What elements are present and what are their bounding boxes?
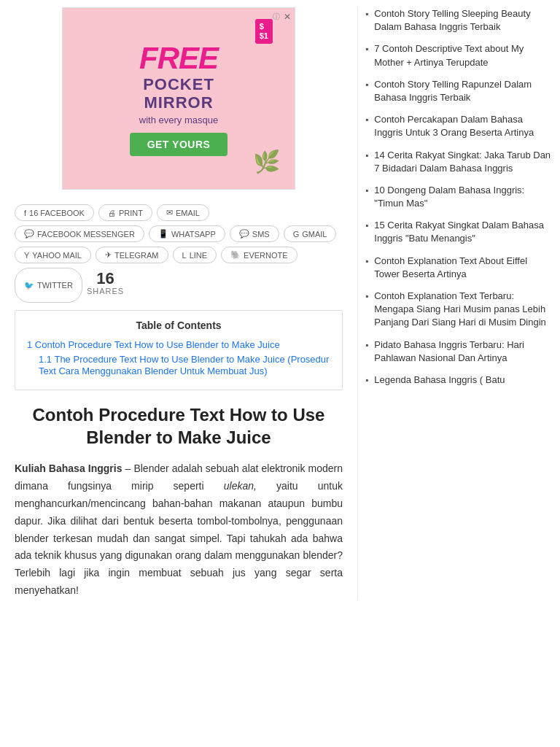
- share-twitter-label: TWITTER: [37, 281, 73, 290]
- share-print-button[interactable]: 🖨 PRINT: [98, 204, 152, 221]
- sidebar-link-3[interactable]: Contoh Percakapan Dalam Bahasa Inggris U…: [374, 113, 553, 139]
- share-row-3: Y YAHOO MAIL ✈ TELEGRAM L LINE 🐘 EVERNOT…: [15, 247, 343, 263]
- share-buttons-container: f 16 FACEBOOK 🖨 PRINT ✉ EMAIL 💬 FACEBOOK…: [15, 204, 343, 303]
- list-item: Legenda Bahasa Inggris ( Batu: [365, 374, 553, 387]
- share-line-label: LINE: [190, 251, 207, 260]
- share-yahoo-button[interactable]: Y YAHOO MAIL: [15, 247, 91, 263]
- sidebar-link-8[interactable]: Contoh Explanation Text Terbaru: Mengapa…: [374, 290, 553, 330]
- share-facebook-button[interactable]: f 16 FACEBOOK: [15, 204, 94, 221]
- share-gmail-label: GMAIL: [302, 230, 327, 239]
- ad-get-yours-button[interactable]: GET YOURS: [130, 133, 228, 156]
- share-fb-messenger-label: FACEBOOK MESSENGER: [37, 230, 135, 239]
- share-evernote-label: EVERNOTE: [244, 251, 288, 260]
- share-evernote-button[interactable]: 🐘 EVERNOTE: [221, 247, 298, 263]
- share-row-4: 🐦 TWITTER 16 SHARES: [15, 268, 343, 303]
- toc-title: Table of Contents: [27, 320, 330, 331]
- whatsapp-icon: 📱: [158, 229, 168, 239]
- sidebar-link-2[interactable]: Contoh Story Telling Rapunzel Dalam Baha…: [374, 78, 553, 104]
- toc-sub-link-1[interactable]: 1.1 The Procedure Text How to Use Blende…: [39, 354, 329, 376]
- share-whatsapp-button[interactable]: 📱 WHATSAPP: [149, 225, 225, 242]
- sidebar-link-9[interactable]: Pidato Bahasa Inggris Terbaru: Hari Pahl…: [374, 338, 553, 365]
- article-intro-bold: Kuliah Bahasa Inggris: [15, 462, 122, 474]
- article-title: Contoh Procedure Text How to Use Blender…: [15, 403, 343, 449]
- facebook-icon: f: [24, 209, 26, 217]
- share-twitter-button[interactable]: 🐦 TWITTER: [15, 268, 82, 303]
- ad-price-tag: $ $1: [255, 19, 273, 44]
- list-item: Contoh Story Telling Sleeping Beauty Dal…: [365, 7, 553, 34]
- gmail-icon: G: [293, 230, 300, 239]
- ad-close-icon[interactable]: ✕: [284, 12, 291, 22]
- share-count-box: 16 SHARES: [87, 271, 124, 295]
- share-fb-messenger-button[interactable]: 💬 FACEBOOK MESSENGER: [15, 225, 144, 242]
- list-item: 10 Dongeng Dalam Bahasa Inggris: "Timun …: [365, 184, 553, 210]
- toc-sub-1-text: The Procedure Text How to Use Blender to…: [39, 354, 329, 376]
- article-italic-word: ulekan,: [224, 480, 257, 492]
- sidebar-link-0[interactable]: Contoh Story Telling Sleeping Beauty Dal…: [374, 7, 553, 34]
- share-sms-label: SMS: [252, 230, 270, 239]
- list-item: Pidato Bahasa Inggris Terbaru: Hari Pahl…: [365, 338, 553, 365]
- list-item: Contoh Story Telling Rapunzel Dalam Baha…: [365, 78, 553, 104]
- list-item: 15 Cerita Rakyat Singkat Dalam Bahasa In…: [365, 219, 553, 245]
- sidebar-link-10[interactable]: Legenda Bahasa Inggris ( Batu: [374, 374, 505, 387]
- sidebar-link-4[interactable]: 14 Cerita Rakyat Singkat: Jaka Tarub Dan…: [374, 149, 553, 175]
- share-line-button[interactable]: L LINE: [173, 247, 217, 263]
- share-count: 16: [87, 271, 124, 287]
- sidebar-link-7[interactable]: Contoh Explanation Text About Eiffel Tow…: [374, 255, 553, 281]
- table-of-contents: Table of Contents 1 Contoh Procedure Tex…: [15, 310, 343, 390]
- share-yahoo-label: YAHOO MAIL: [32, 251, 82, 260]
- fb-messenger-icon: 💬: [24, 229, 34, 239]
- toc-sub-1-num: 1.1: [39, 354, 54, 365]
- yahoo-icon: Y: [24, 251, 29, 260]
- article-body-text: yaitu untuk menghancurkan/mencincang bah…: [15, 480, 343, 596]
- toc-item-1-num: 1: [27, 339, 35, 350]
- sidebar-link-5[interactable]: 10 Dongeng Dalam Bahasa Inggris: "Timun …: [374, 184, 553, 210]
- list-item: 14 Cerita Rakyat Singkat: Jaka Tarub Dan…: [365, 149, 553, 175]
- share-email-button[interactable]: ✉ EMAIL: [157, 204, 209, 221]
- ad-leaf-decoration: 🌿: [253, 149, 280, 174]
- ad-product-text: POCKET MIRROR: [143, 76, 214, 111]
- share-count-label: SHARES: [87, 287, 124, 295]
- sidebar: Contoh Story Telling Sleeping Beauty Dal…: [357, 7, 560, 600]
- sidebar-link-1[interactable]: 7 Contoh Descriptive Text about My Mothe…: [374, 42, 553, 69]
- share-row-2: 💬 FACEBOOK MESSENGER 📱 WHATSAPP 💬 SMS G …: [15, 225, 343, 242]
- list-item: Contoh Percakapan Dalam Bahasa Inggris U…: [365, 113, 553, 139]
- ad-free-text: FREE: [139, 41, 218, 76]
- list-item: Contoh Explanation Text About Eiffel Tow…: [365, 255, 553, 281]
- evernote-icon: 🐘: [230, 250, 241, 260]
- share-gmail-button[interactable]: G GMAIL: [284, 225, 337, 242]
- sidebar-list: Contoh Story Telling Sleeping Beauty Dal…: [365, 7, 553, 387]
- ad-info-icon[interactable]: ⓘ: [273, 12, 280, 22]
- share-facebook-label: 16 FACEBOOK: [29, 209, 85, 217]
- share-print-label: PRINT: [119, 209, 143, 217]
- toc-link-1[interactable]: 1 Contoh Procedure Text How to Use Blend…: [27, 339, 280, 350]
- line-icon: L: [182, 251, 187, 260]
- sms-icon: 💬: [239, 229, 249, 239]
- telegram-icon: ✈: [105, 250, 112, 260]
- ad-banner: ⓘ ✕ $ $1 FREE POCKET MIRROR with every m…: [62, 7, 295, 190]
- share-email-label: EMAIL: [176, 209, 200, 217]
- share-row-1: f 16 FACEBOOK 🖨 PRINT ✉ EMAIL: [15, 204, 343, 221]
- sidebar-link-6[interactable]: 15 Cerita Rakyat Singkat Dalam Bahasa In…: [374, 219, 553, 245]
- share-whatsapp-label: WHATSAPP: [171, 230, 216, 239]
- email-icon: ✉: [166, 208, 173, 217]
- main-content: ⓘ ✕ $ $1 FREE POCKET MIRROR with every m…: [0, 7, 357, 600]
- share-telegram-label: TELEGRAM: [114, 251, 159, 260]
- twitter-icon: 🐦: [24, 281, 34, 290]
- list-item: Contoh Explanation Text Terbaru: Mengapa…: [365, 290, 553, 330]
- ad-sub-text: with every masque: [139, 115, 218, 125]
- article-body: Kuliah Bahasa Inggris – Blender adalah s…: [15, 460, 343, 599]
- toc-sub-items: 1.1 The Procedure Text How to Use Blende…: [27, 353, 330, 376]
- toc-item-1: 1 Contoh Procedure Text How to Use Blend…: [27, 338, 330, 376]
- list-item: 7 Contoh Descriptive Text about My Mothe…: [365, 42, 553, 69]
- share-telegram-button[interactable]: ✈ TELEGRAM: [96, 247, 168, 263]
- toc-item-1-text: Contoh Procedure Text How to Use Blender…: [35, 339, 280, 350]
- print-icon: 🖨: [108, 209, 116, 217]
- share-sms-button[interactable]: 💬 SMS: [230, 225, 279, 242]
